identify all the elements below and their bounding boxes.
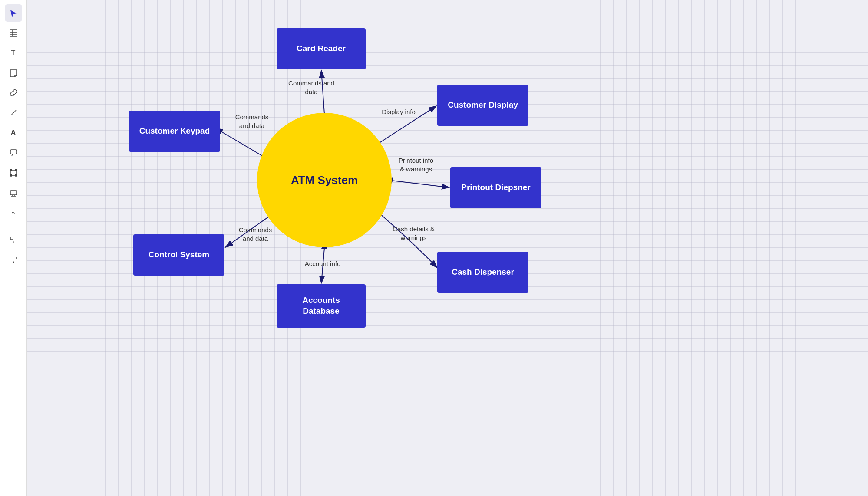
svg-rect-0 (10, 30, 17, 36)
accounts-database-node[interactable]: AccountsDatabase (277, 284, 366, 328)
sidebar: T A (0, 0, 27, 496)
cash-edge-label: Cash details &warnings (382, 225, 445, 242)
text-tool[interactable]: T (5, 44, 22, 62)
divider (6, 226, 21, 226)
customer-keypad-label: Customer Keypad (139, 126, 210, 137)
card-reader-label: Card Reader (297, 43, 346, 54)
svg-rect-7 (10, 169, 12, 171)
printout-edge-label: Printout info& warnings (386, 156, 446, 173)
svg-rect-5 (10, 150, 17, 154)
svg-rect-10 (15, 174, 17, 176)
redo-tool[interactable] (5, 250, 22, 268)
comment-tool[interactable] (5, 144, 22, 161)
display-edge-label: Display info (373, 108, 425, 116)
printout-dispenser-label: Printout Diepsner (461, 182, 530, 193)
table-tool[interactable] (5, 24, 22, 42)
control-system-node[interactable]: Control System (133, 234, 224, 276)
customer-display-node[interactable]: Customer Display (437, 85, 528, 126)
control-system-label: Control System (149, 250, 209, 260)
cash-dispenser-node[interactable]: Cash Dispenser (437, 252, 528, 293)
control-edge-label: Commandsand data (229, 226, 281, 243)
keypad-edge-label: Commandsand data (226, 113, 278, 130)
account-edge-label: Account info (294, 259, 351, 268)
cursor-tool[interactable] (5, 4, 22, 22)
customer-keypad-node[interactable]: Customer Keypad (129, 111, 220, 152)
embed-tool[interactable] (5, 184, 22, 201)
cash-dispenser-label: Cash Dispenser (452, 267, 514, 278)
printout-dispenser-node[interactable]: Printout Diepsner (450, 167, 541, 208)
card-reader-node[interactable]: Card Reader (277, 28, 366, 69)
frame-tool[interactable] (5, 164, 22, 181)
accounts-database-label: AccountsDatabase (302, 295, 340, 316)
undo-tool[interactable] (5, 230, 22, 248)
link-tool[interactable] (5, 84, 22, 102)
card-reader-edge-label: Commands and data (285, 79, 337, 96)
more-tool[interactable]: » (5, 204, 22, 221)
svg-line-4 (11, 110, 16, 115)
atm-system-label: ATM System (291, 174, 358, 187)
svg-line-20 (392, 181, 449, 187)
diagram-canvas[interactable]: ATM System Card Reader Customer Display … (27, 0, 868, 496)
font-tool[interactable]: A (5, 124, 22, 141)
pen-tool[interactable] (5, 104, 22, 122)
svg-rect-8 (15, 169, 17, 171)
svg-rect-11 (10, 191, 17, 195)
svg-rect-9 (10, 174, 12, 176)
note-tool[interactable] (5, 64, 22, 82)
customer-display-label: Customer Display (448, 100, 518, 111)
